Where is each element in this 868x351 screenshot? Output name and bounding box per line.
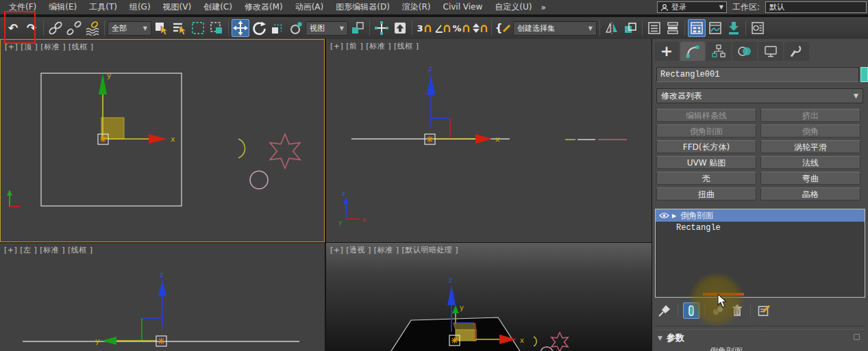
layer-explorer-button[interactable]	[664, 19, 682, 37]
tab-create[interactable]: +	[654, 42, 679, 61]
star-spline[interactable]	[270, 134, 300, 168]
gizmo-y-arrowhead[interactable]	[99, 73, 107, 94]
align-button[interactable]	[621, 19, 639, 37]
viewport-perspective-label[interactable]: [+] [透视 ] [标准 ] [默认明暗处理 ]	[330, 245, 458, 255]
menu-tools[interactable]: 工具(T)	[83, 0, 123, 14]
box-top-face[interactable]	[454, 323, 476, 330]
edit-named-selection-button[interactable]: {	[495, 19, 512, 37]
use-pivot-center-button[interactable]	[349, 19, 367, 37]
viewport-front[interactable]: [+] [前 ] [标准 ] [线框 ] z x	[326, 39, 652, 242]
workspace-dropdown[interactable]: 默认	[765, 1, 867, 13]
tab-display[interactable]	[758, 42, 783, 61]
viewport-top-label[interactable]: [+] [顶 ] [标准 ] [线框 ]	[5, 42, 94, 52]
viewport-front-label[interactable]: [+] [前 ] [标准 ] [线框 ]	[330, 41, 419, 51]
viewport-top[interactable]: [+] [顶 ] [标准 ] [线框 ] y x	[0, 39, 325, 242]
viewport-left-canvas[interactable]: z y	[0, 243, 325, 351]
select-object-button[interactable]	[152, 19, 170, 37]
stack-item-rectangle[interactable]: Rectangle	[656, 222, 865, 234]
modifier-button-shell[interactable]: 壳	[656, 172, 756, 185]
angle-snap-button[interactable]	[434, 19, 451, 37]
menu-views[interactable]: 视图(V)	[157, 0, 198, 14]
menu-create[interactable]: 创建(C)	[197, 0, 238, 14]
tab-modify[interactable]	[680, 42, 705, 61]
gizmo-x-arrowhead[interactable]	[475, 134, 492, 144]
object-name-field[interactable]	[656, 67, 859, 82]
mirror-button[interactable]	[603, 19, 621, 37]
modifier-button-edit-spline[interactable]: 编辑样条线	[656, 109, 756, 122]
menu-customize[interactable]: 自定义(U)	[488, 0, 538, 14]
menu-group[interactable]: 组(G)	[123, 0, 157, 14]
modifier-list-dropdown[interactable]: 修改器列表 ▼	[656, 88, 863, 103]
arc-spline[interactable]	[238, 139, 245, 158]
bind-to-spacewarp-button[interactable]	[84, 19, 101, 37]
undo-button[interactable]: ↶	[4, 19, 22, 37]
viewport-perspective[interactable]: [+] [透视 ] [标准 ] [默认明暗处理 ] z y x	[326, 243, 652, 351]
gizmo-z-arrowhead[interactable]	[447, 285, 456, 305]
select-and-place-button[interactable]	[287, 19, 305, 37]
window-crossing-button[interactable]	[208, 19, 225, 37]
modifier-button-extrude[interactable]: 挤出	[760, 109, 860, 122]
viewport-top-canvas[interactable]: y x	[1, 40, 324, 242]
menu-file[interactable]: 文件(F)	[3, 0, 42, 14]
keyboard-override-button[interactable]	[391, 19, 409, 37]
gizmo-z-arrowhead[interactable]	[427, 74, 435, 95]
arc-spline[interactable]	[534, 337, 536, 346]
select-and-move-button[interactable]	[232, 19, 249, 37]
select-and-rotate-button[interactable]	[250, 19, 268, 37]
tab-motion[interactable]	[732, 42, 757, 61]
menu-rendering[interactable]: 渲染(R)	[396, 0, 437, 14]
pin-stack-button[interactable]	[656, 302, 673, 319]
remove-modifier-button[interactable]	[729, 302, 745, 319]
select-by-name-button[interactable]	[171, 19, 188, 37]
rectangular-selection-button[interactable]	[189, 19, 207, 37]
menu-overflow-chevron[interactable]: »	[538, 3, 548, 12]
modifier-button-bevel-profile[interactable]: 倒角剖面	[656, 125, 756, 138]
selection-filter-dropdown[interactable]: 全部 ▼	[108, 21, 151, 36]
viewport-front-canvas[interactable]: z x z y x	[326, 39, 652, 242]
tab-utilities[interactable]	[784, 42, 809, 61]
redo-button[interactable]: ↷	[23, 19, 40, 37]
material-editor-button[interactable]	[749, 19, 767, 37]
viewport-left-label[interactable]: [+] [左 ] [标准 ] [线框 ]	[4, 245, 93, 255]
select-and-link-button[interactable]	[47, 19, 64, 37]
visibility-eye-icon[interactable]	[659, 212, 669, 219]
unlink-button[interactable]	[65, 19, 83, 37]
menu-modifiers[interactable]: 修改器(M)	[238, 0, 289, 14]
menu-animation[interactable]: 动画(A)	[289, 0, 330, 14]
modifier-button-bend[interactable]: 弯曲	[760, 172, 860, 185]
expand-arrow-icon[interactable]: ▶	[672, 213, 676, 219]
named-selection-sets-dropdown[interactable]: 创建选择集 ▼	[513, 21, 597, 36]
spinner-snap-button[interactable]	[471, 19, 488, 37]
select-and-scale-button[interactable]	[269, 19, 286, 37]
gizmo-x-arrowhead[interactable]	[149, 134, 167, 144]
reference-coordinate-dropdown[interactable]: 视图 ▼	[306, 21, 348, 36]
rollout-resize-handle[interactable]: · · · · ·	[655, 326, 865, 330]
modifier-button-bevel[interactable]: 倒角	[760, 125, 860, 138]
object-color-swatch[interactable]	[860, 67, 868, 82]
ribbon-toggle-button[interactable]	[725, 19, 743, 37]
parameters-rollout-header[interactable]: ▼ 参数	[658, 332, 684, 344]
menu-graph-editors[interactable]: 图形编辑器(D)	[330, 0, 396, 14]
configure-modifier-sets-button[interactable]	[756, 302, 772, 319]
login-dropdown[interactable]: 登录 ▼	[657, 1, 727, 13]
modifier-button-lattice[interactable]: 晶格	[760, 187, 860, 200]
scene-explorer-button[interactable]	[645, 19, 663, 37]
gizmo-y-arrowhead[interactable]	[452, 305, 459, 313]
modifier-button-twist[interactable]: 扭曲	[656, 187, 756, 200]
show-end-result-button[interactable]	[683, 302, 699, 319]
snap-toggle-3d-button[interactable]: 3	[415, 19, 433, 37]
modifier-button-ffd-box[interactable]: FFD(长方体)	[656, 140, 756, 153]
circle-spline[interactable]	[541, 347, 553, 351]
gizmo-y-arrowhead[interactable]	[101, 337, 116, 345]
percent-snap-button[interactable]: %	[452, 19, 470, 37]
menu-civil-view[interactable]: Civil View	[437, 0, 489, 14]
select-and-manipulate-button[interactable]	[373, 19, 390, 37]
modifier-button-uvw-map[interactable]: UVW 贴图	[656, 156, 756, 169]
tab-hierarchy[interactable]	[706, 42, 731, 61]
modifier-button-turbosmooth[interactable]: 涡轮平滑	[760, 140, 860, 153]
ribbon-panels-button[interactable]	[688, 19, 706, 37]
viewport-perspective-canvas[interactable]: z y x	[326, 243, 652, 351]
viewport-left[interactable]: [+] [左 ] [标准 ] [线框 ] z y	[0, 243, 325, 351]
gizmo-z-arrowhead[interactable]	[158, 280, 166, 296]
modifier-button-normal[interactable]: 法线	[760, 156, 860, 169]
